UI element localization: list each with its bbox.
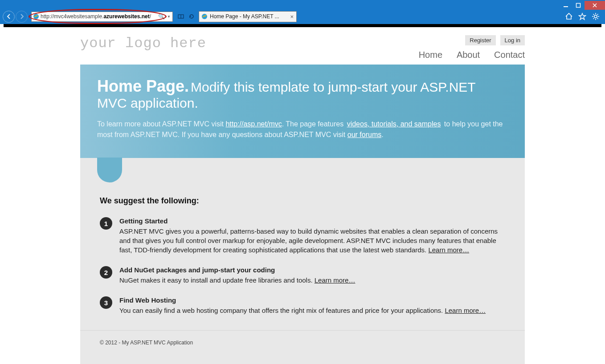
hero-link-samples[interactable]: videos, tutorials, and samples xyxy=(346,120,442,128)
step-title: Find Web Hosting xyxy=(119,295,505,305)
hero-title: Home Page. xyxy=(97,77,189,95)
step-number: 2 xyxy=(100,266,112,279)
hero-tab-decoration xyxy=(97,158,122,182)
address-bar[interactable]: http://mvc4websitesample.azurewebsites.n… xyxy=(31,12,173,22)
menu-about[interactable]: About xyxy=(457,50,480,60)
minimize-button[interactable] xyxy=(560,1,572,10)
svg-line-11 xyxy=(593,14,594,15)
step-title: Add NuGet packages and jump-start your c… xyxy=(119,265,505,275)
browser-nav-bar: http://mvc4websitesample.azurewebsites.n… xyxy=(0,11,605,24)
step-number: 3 xyxy=(100,296,112,309)
learn-more-link[interactable]: Learn more… xyxy=(428,246,469,254)
step-title: Getting Started xyxy=(119,216,505,226)
tab-close-icon[interactable]: × xyxy=(289,13,294,20)
menu-contact[interactable]: Contact xyxy=(494,50,525,60)
step-text: NuGet makes it easy to install and updat… xyxy=(119,276,315,284)
ie-icon xyxy=(33,13,40,20)
tools-icon[interactable] xyxy=(592,12,600,20)
register-link[interactable]: Register xyxy=(465,35,495,45)
svg-line-14 xyxy=(593,18,594,19)
address-text: http://mvc4websitesample.azurewebsites.n… xyxy=(41,13,157,20)
svg-line-12 xyxy=(597,18,598,19)
compat-view-icon[interactable] xyxy=(177,13,184,20)
suggestions-heading: We suggest the following: xyxy=(100,196,505,206)
favorites-icon[interactable] xyxy=(578,12,586,20)
suggestion-item: 2 Add NuGet packages and jump-start your… xyxy=(100,265,505,285)
maximize-button[interactable] xyxy=(572,1,585,10)
site-logo: your logo here xyxy=(80,35,406,52)
learn-more-link[interactable]: Learn more… xyxy=(445,307,486,314)
hero-link-forums[interactable]: our forums xyxy=(347,131,381,138)
menu-home[interactable]: Home xyxy=(419,50,442,60)
hero-banner: Home Page. Modify this template to jump-… xyxy=(80,65,525,158)
search-icon[interactable]: 🔍 xyxy=(157,13,166,20)
step-text: You can easily find a web hosting compan… xyxy=(119,307,445,314)
suggestion-item: 3 Find Web Hosting You can easily find a… xyxy=(100,295,505,315)
address-dropdown-icon[interactable]: ▼ xyxy=(166,15,172,19)
page-footer: © 2012 - My ASP.NET MVC Application xyxy=(80,330,525,355)
back-button[interactable] xyxy=(3,11,15,23)
title-bar xyxy=(0,0,605,11)
hero-link-aspnet[interactable]: http://asp.net/mvc xyxy=(225,120,282,128)
main-menu: Home About Contact xyxy=(406,50,525,60)
refresh-button[interactable] xyxy=(188,13,195,20)
forward-button[interactable] xyxy=(16,11,28,23)
tab-title: Home Page - My ASP.NET ... xyxy=(210,13,289,20)
ie-icon xyxy=(201,13,208,20)
learn-more-link[interactable]: Learn more… xyxy=(315,276,356,284)
hero-paragraph: To learn more about ASP.NET MVC visit ht… xyxy=(97,119,508,140)
svg-line-13 xyxy=(597,14,598,15)
svg-point-6 xyxy=(594,15,597,18)
suggestion-item: 1 Getting Started ASP.NET MVC gives you … xyxy=(100,216,505,255)
home-icon[interactable] xyxy=(565,12,573,20)
browser-tab[interactable]: Home Page - My ASP.NET ... × xyxy=(199,11,297,22)
step-number: 1 xyxy=(100,217,112,230)
login-link[interactable]: Log in xyxy=(500,35,525,45)
svg-rect-0 xyxy=(564,6,568,7)
close-button[interactable] xyxy=(585,1,605,10)
page-top-stripe xyxy=(4,24,601,27)
svg-rect-1 xyxy=(576,4,580,8)
